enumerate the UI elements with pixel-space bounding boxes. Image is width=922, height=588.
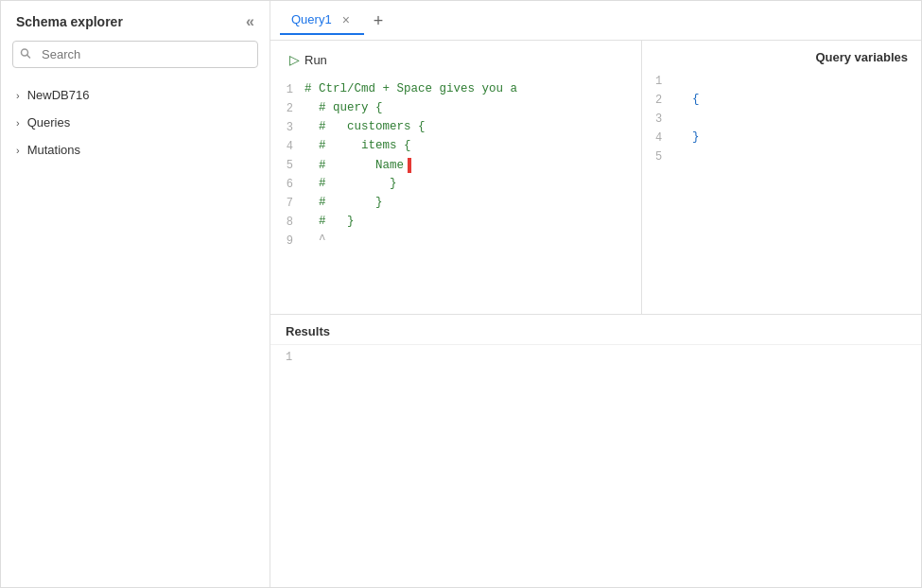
- line-number: 6: [270, 177, 304, 191]
- tabs-bar: Query1 × +: [270, 1, 921, 41]
- line-content: # query {: [304, 101, 641, 114]
- sidebar-nav: › NewDB716 › Queries › Mutations: [1, 81, 270, 164]
- code-line: 8 # }: [270, 215, 641, 233]
- tab-add-button[interactable]: +: [368, 10, 390, 31]
- chevron-right-icon: ›: [16, 117, 20, 129]
- qv-line-number: 5: [655, 149, 678, 164]
- line-content: # Ctrl/Cmd + Space gives you a: [304, 82, 641, 95]
- line-number: 7: [270, 196, 304, 210]
- line-content: # }: [304, 177, 641, 190]
- line-content: # }: [304, 215, 641, 228]
- results-content: 1: [270, 345, 921, 588]
- editor-pane: ▷ Run 1# Ctrl/Cmd + Space gives you a2 #…: [270, 41, 642, 314]
- sidebar-title: Schema explorer: [16, 14, 123, 29]
- qv-line-number: 1: [655, 74, 678, 88]
- code-line: 6 # }: [270, 177, 641, 196]
- query-variables-title: Query variables: [642, 41, 921, 70]
- code-line: 2 # query {: [270, 101, 641, 120]
- qv-line-number: 4: [655, 130, 678, 145]
- qv-line-number: 3: [655, 112, 678, 126]
- line-number: 3: [270, 120, 304, 134]
- sidebar-item-label: Mutations: [27, 143, 80, 157]
- line-number: 4: [270, 139, 304, 153]
- qv-line-number: 2: [655, 93, 678, 107]
- error-marker: [408, 158, 411, 173]
- run-bar: ▷ Run: [270, 41, 641, 78]
- run-button[interactable]: ▷ Run: [282, 48, 335, 71]
- code-line: 3 # customers {: [270, 120, 641, 139]
- sidebar-item-newdb716[interactable]: › NewDB716: [5, 81, 266, 109]
- chevron-right-icon: ›: [16, 90, 20, 101]
- code-line: 9 ^: [270, 233, 641, 252]
- search-input[interactable]: [12, 41, 258, 68]
- sidebar-item-label: Queries: [27, 115, 71, 130]
- code-line: 1# Ctrl/Cmd + Space gives you a: [270, 82, 641, 101]
- code-line: 4 # items {: [270, 139, 641, 158]
- cursor-caret: ^: [319, 233, 326, 247]
- tab-close-button[interactable]: ×: [339, 12, 353, 27]
- line-content: ^: [304, 233, 641, 247]
- app-container: Schema explorer « › NewDB716 › Queries: [0, 0, 922, 588]
- main-content: Query1 × + ▷ Run 1# Ctrl/Cmd + Space giv…: [270, 1, 921, 587]
- results-section: Results 1: [270, 315, 921, 588]
- query-var-line: 2 {: [655, 93, 908, 112]
- qv-line-content: {: [678, 93, 700, 106]
- sidebar-item-queries[interactable]: › Queries: [5, 109, 266, 136]
- run-triangle-icon: ▷: [289, 52, 300, 67]
- run-label: Run: [304, 53, 327, 67]
- tab-label: Query1: [291, 12, 332, 26]
- results-title: Results: [270, 315, 921, 345]
- query-var-line: 3: [655, 112, 908, 130]
- query-variables-pane: Query variables 12 {34 }5: [642, 41, 921, 314]
- line-number: 9: [270, 233, 304, 248]
- code-line: 5 # Name: [270, 158, 641, 177]
- editor-section: ▷ Run 1# Ctrl/Cmd + Space gives you a2 #…: [270, 41, 921, 315]
- line-number: 2: [270, 101, 304, 115]
- sidebar: Schema explorer « › NewDB716 › Queries: [1, 1, 270, 587]
- search-icon: [20, 47, 31, 61]
- code-editor[interactable]: 1# Ctrl/Cmd + Space gives you a2 # query…: [270, 78, 641, 314]
- line-number: 5: [270, 158, 304, 172]
- results-line-number: 1: [286, 351, 308, 364]
- sidebar-item-label: NewDB716: [27, 88, 90, 102]
- code-line: 7 # }: [270, 196, 641, 215]
- qv-line-content: }: [678, 130, 700, 144]
- tab-query1[interactable]: Query1 ×: [280, 7, 364, 35]
- line-content: # items {: [304, 139, 641, 152]
- chevron-right-icon: ›: [16, 145, 20, 156]
- query-var-line: 4 }: [655, 130, 908, 149]
- collapse-button[interactable]: «: [242, 12, 258, 31]
- line-number: 1: [270, 82, 304, 96]
- query-variables-code[interactable]: 12 {34 }5: [642, 70, 921, 172]
- sidebar-header: Schema explorer «: [1, 12, 270, 41]
- line-number: 8: [270, 215, 304, 229]
- line-content: # Name: [304, 158, 641, 173]
- search-box: [12, 41, 258, 68]
- line-content: # }: [304, 196, 641, 209]
- results-line: 1: [270, 351, 921, 370]
- line-content: # customers {: [304, 120, 641, 133]
- svg-line-1: [27, 55, 30, 58]
- sidebar-item-mutations[interactable]: › Mutations: [5, 136, 266, 164]
- query-var-line: 5: [655, 149, 908, 168]
- query-var-line: 1: [655, 74, 908, 93]
